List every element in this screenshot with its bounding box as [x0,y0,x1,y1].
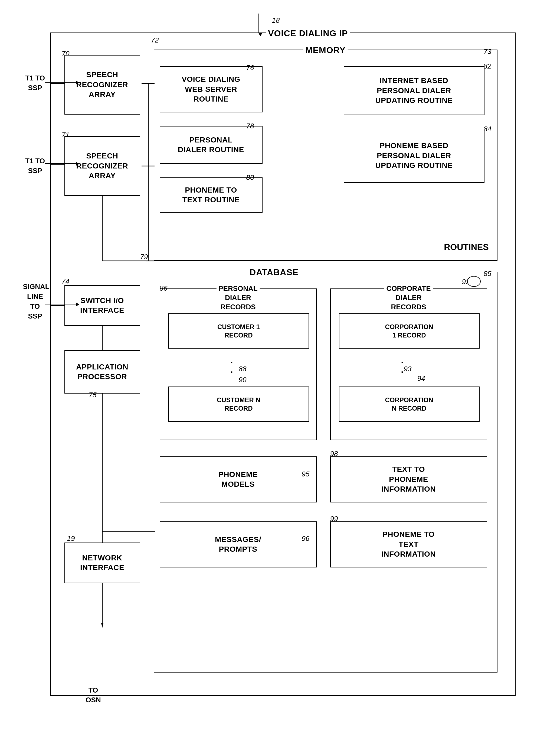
corporate-dialer-records-section: CORPORATE DIALER RECORDS CORPORATION 1 R… [330,288,487,440]
speech-recognizer-1-box: SPEECH RECOGNIZER ARRAY [64,55,140,115]
ref-76: 76 [246,64,254,72]
diagram: 18 VOICE DIALING IP 72 MEMORY 73 VOICE D… [23,11,537,726]
ref-95: 95 [302,470,310,478]
internet-based-box: INTERNET BASED PERSONAL DIALER UPDATING … [344,66,484,115]
t1-ssp-1-label: T1 TO SSP [23,73,47,93]
ref-72: 72 [151,36,159,44]
network-interface-box: NETWORK INTERFACE [64,543,140,583]
memory-box: MEMORY 73 VOICE DIALING WEB SERVER ROUTI… [154,50,497,261]
ref-90: 90 [239,376,247,384]
ref-19: 19 [67,534,75,543]
corp-dots-1: . [401,355,404,365]
to-osn-label: TO OSN [81,685,106,705]
ref-80: 80 [246,173,254,182]
ref-96: 96 [302,534,310,543]
phoneme-based-box: PHONEME BASED PERSONAL DIALER UPDATING R… [344,129,484,183]
corporate-dialer-records-title: CORPORATE DIALER RECORDS [384,284,433,311]
phoneme-to-text-info-box: PHONEME TO TEXT INFORMATION [330,521,487,568]
corporation-n-record-box: CORPORATION N RECORD [339,387,480,422]
ref-75: 75 [89,391,97,399]
database-box: DATABASE 85 PERSONAL DIALER RECORDS CUST… [154,272,497,673]
ref-73: 73 [484,47,492,56]
messages-prompts-box: MESSAGES/ PROMPTS [160,521,317,568]
personal-dialer-records-title: PERSONAL DIALER RECORDS [216,284,260,311]
outer-title: VOICE DIALING IP [266,28,350,38]
personal-dots-1: . [231,355,234,365]
phoneme-to-text-routine-box: PHONEME TO TEXT ROUTINE [160,177,263,213]
text-to-phoneme-box: TEXT TO PHONEME INFORMATION [330,457,487,503]
customer-n-record-box: CUSTOMER N RECORD [168,387,309,422]
personal-dialer-routine-box: PERSONAL DIALER ROUTINE [160,126,263,164]
outer-voice-dialing-box: VOICE DIALING IP 72 MEMORY 73 VOICE DIAL… [50,32,516,696]
ref-84: 84 [484,125,492,133]
ref-18: 18 [272,16,280,25]
ref-99: 99 [330,515,338,523]
memory-title: MEMORY [303,45,348,55]
signal-line-label: SIGNAL LINE TO SSP [23,282,47,321]
phoneme-models-box: PHONEME MODELS [160,457,317,503]
ref-85: 85 [484,269,492,278]
corporation-1-record-box: CORPORATION 1 RECORD [339,313,480,348]
personal-dots-2: . [231,365,234,375]
ref-86: 86 [160,284,168,292]
routines-label: ROUTINES [444,242,489,252]
customer-1-record-box: CUSTOMER 1 RECORD [168,313,309,348]
ref-79: 79 [140,253,148,261]
app-processor-box: APPLICATION PROCESSOR [64,350,140,394]
t1-ssp-2-label: T1 TO SSP [23,156,47,176]
voice-dialing-web-server-box: VOICE DIALING WEB SERVER ROUTINE [160,66,263,112]
switch-io-box: SWITCH I/O INTERFACE [64,285,140,326]
speech-recognizer-2-box: SPEECH RECOGNIZER ARRAY [64,136,140,196]
ref-88: 88 [239,365,247,373]
ref-78: 78 [246,122,254,130]
ref-93: 93 [404,365,412,373]
ref-94: 94 [417,374,425,383]
svg-marker-14 [101,623,103,628]
database-title: DATABASE [247,267,301,277]
personal-dialer-records-section: PERSONAL DIALER RECORDS CUSTOMER 1 RECOR… [160,288,317,440]
ref-74: 74 [62,277,70,285]
ref-98: 98 [330,450,338,458]
ref-82: 82 [484,62,492,70]
